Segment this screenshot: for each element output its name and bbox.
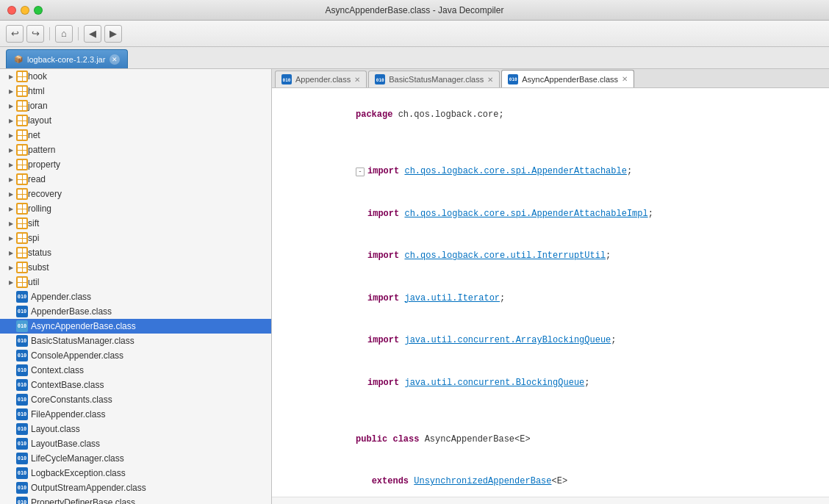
tree-item-context-class[interactable]: ▶ 010 Context.class xyxy=(0,363,271,378)
code-line-import1: -import ch.qos.logback.core.spi.Appender… xyxy=(272,151,829,193)
label-outputstreamappender-class: OutputStreamAppender.class xyxy=(31,483,146,493)
arrow-rolling: ▶ xyxy=(6,204,16,214)
jar-tab-bar: 📦 logback-core-1.2.3.jar ✕ xyxy=(0,47,829,69)
tree-item-sift[interactable]: ▶ sift xyxy=(0,216,271,231)
class-icon-appender: 010 xyxy=(16,291,28,303)
arrow-util: ▶ xyxy=(6,277,16,287)
horizontal-scrollbar[interactable] xyxy=(272,497,829,504)
arrow-property: ▶ xyxy=(6,159,16,170)
label-rolling: rolling xyxy=(28,204,51,214)
title-bar: AsyncAppenderBase.class - Java Decompile… xyxy=(0,0,829,21)
tree-item-recovery[interactable]: ▶ recovery xyxy=(0,187,271,201)
arrow-html: ▶ xyxy=(6,86,16,96)
code-line-import4: import java.util.Iterator; xyxy=(272,277,829,320)
jar-tab[interactable]: 📦 logback-core-1.2.3.jar ✕ xyxy=(6,49,128,68)
tree-item-consoleappender-class[interactable]: ▶ 010 ConsoleAppender.class xyxy=(0,348,271,363)
label-logbackexception-class: LogbackException.class xyxy=(31,468,126,478)
code-content: import java.util.concurrent.BlockingQueu… xyxy=(303,362,823,405)
class-icon-asyncappenderbase: 010 xyxy=(16,320,28,332)
toolbar-separator-1 xyxy=(49,27,50,40)
class-icon-consoleappender: 010 xyxy=(16,350,28,361)
class-icon-context: 010 xyxy=(16,364,28,376)
arrow-spi: ▶ xyxy=(6,233,16,243)
package-icon-hook xyxy=(16,71,28,82)
code-content: extends UnsynchronizedAppenderBase<E> xyxy=(303,461,823,497)
maximize-button[interactable] xyxy=(34,6,43,15)
collapse-imports-button[interactable]: - xyxy=(356,168,365,176)
label-property: property xyxy=(28,159,60,170)
label-consoleappender-class: ConsoleAppender.class xyxy=(31,350,123,361)
class-icon-lifecyclemanager: 010 xyxy=(16,453,28,464)
toolbar: ↩ ↪ ⌂ ◀ ▶ xyxy=(0,21,829,47)
tree-item-basicstatusmanager-class[interactable]: ▶ 010 BasicStatusManager.class xyxy=(0,334,271,348)
code-line-import2: import ch.qos.logback.core.spi.AppenderA… xyxy=(272,192,829,235)
tree-item-hook[interactable]: ▶ hook xyxy=(0,69,271,84)
label-recovery: recovery xyxy=(28,189,62,199)
class-icon-layoutbase: 010 xyxy=(16,438,28,450)
tree-item-property[interactable]: ▶ property xyxy=(0,157,271,172)
toolbar-prev-button[interactable]: ◀ xyxy=(84,25,101,43)
tab-label-basicstatusmanager: BasicStatusManager.class xyxy=(389,75,484,84)
toolbar-home-button[interactable]: ⌂ xyxy=(55,25,73,43)
class-icon-contextbase: 010 xyxy=(16,379,28,391)
class-icon-basicstatusmanager: 010 xyxy=(16,335,28,347)
jar-tab-close-button[interactable]: ✕ xyxy=(110,54,120,65)
tab-close-asyncappenderbase[interactable]: ✕ xyxy=(622,75,628,83)
label-sift: sift xyxy=(28,218,39,228)
tab-asyncappenderbase-class[interactable]: 010 AsyncAppenderBase.class ✕ xyxy=(501,70,634,87)
tree-item-html[interactable]: ▶ html xyxy=(0,84,271,98)
tree-item-asyncappenderbase-class[interactable]: ▶ 010 AsyncAppenderBase.class xyxy=(0,319,271,334)
tree-item-rolling[interactable]: ▶ rolling xyxy=(0,201,271,216)
tree-item-appender-class[interactable]: ▶ 010 Appender.class xyxy=(0,289,271,304)
tree-item-net[interactable]: ▶ net xyxy=(0,128,271,143)
label-pattern: pattern xyxy=(28,145,55,155)
tab-close-appender[interactable]: ✕ xyxy=(354,76,360,84)
tab-close-basicstatusmanager[interactable]: ✕ xyxy=(487,76,493,84)
code-content: public class AsyncAppenderBase<E> xyxy=(303,418,823,461)
class-icon-coreconstants: 010 xyxy=(16,394,28,406)
tree-item-util[interactable]: ▶ util xyxy=(0,275,271,289)
tree-item-read[interactable]: ▶ read xyxy=(0,172,271,187)
label-spi: spi xyxy=(28,233,39,243)
tree-item-fileappender-class[interactable]: ▶ 010 FileAppender.class xyxy=(0,407,271,422)
tree-item-pattern[interactable]: ▶ pattern xyxy=(0,143,271,157)
code-content: import java.util.Iterator; xyxy=(303,277,823,320)
main-area: ▶ hook ▶ html ▶ joran ▶ xyxy=(0,69,829,504)
tree-item-layout-class[interactable]: ▶ 010 Layout.class xyxy=(0,422,271,436)
tab-appender-class[interactable]: 010 Appender.class ✕ xyxy=(275,71,367,87)
code-line-import5: import java.util.concurrent.ArrayBlockin… xyxy=(272,320,829,362)
label-lifecyclemanager-class: LifeCycleManager.class xyxy=(31,453,124,464)
tree-item-subst[interactable]: ▶ subst xyxy=(0,260,271,275)
tree-item-logbackexception-class[interactable]: ▶ 010 LogbackException.class xyxy=(0,466,271,480)
arrow-joran: ▶ xyxy=(6,101,16,111)
tree-item-outputstreamappender-class[interactable]: ▶ 010 OutputStreamAppender.class xyxy=(0,480,271,495)
window-title: AsyncAppenderBase.class - Java Decompile… xyxy=(326,5,504,15)
label-context-class: Context.class xyxy=(31,365,84,375)
tree-item-contextbase-class[interactable]: ▶ 010 ContextBase.class xyxy=(0,378,271,392)
class-icon-fileappender: 010 xyxy=(16,408,28,420)
tree-item-joran[interactable]: ▶ joran xyxy=(0,98,271,113)
package-icon-joran xyxy=(16,100,28,112)
package-icon-util xyxy=(16,276,28,288)
tree-item-coreconstants-class[interactable]: ▶ 010 CoreConstants.class xyxy=(0,392,271,407)
close-button[interactable] xyxy=(7,6,16,15)
tree-item-layoutbase-class[interactable]: ▶ 010 LayoutBase.class xyxy=(0,436,271,451)
tree-item-status[interactable]: ▶ status xyxy=(0,245,271,260)
tree-item-lifecyclemanager-class[interactable]: ▶ 010 LifeCycleManager.class xyxy=(0,451,271,466)
toolbar-back-button[interactable]: ↩ xyxy=(6,25,24,43)
minimize-button[interactable] xyxy=(21,6,29,15)
tree-item-spi[interactable]: ▶ spi xyxy=(0,231,271,245)
toolbar-next-button[interactable]: ▶ xyxy=(104,25,122,43)
jar-icon: 📦 xyxy=(14,55,23,63)
traffic-lights xyxy=(7,6,43,15)
tree-item-appenderbase-class[interactable]: ▶ 010 AppenderBase.class xyxy=(0,304,271,319)
label-contextbase-class: ContextBase.class xyxy=(31,380,104,390)
tree-item-layout[interactable]: ▶ layout xyxy=(0,113,271,128)
tree-item-propertydefinerbase-class[interactable]: ▶ 010 PropertyDefinerBase.class xyxy=(0,495,271,504)
jar-tab-label: logback-core-1.2.3.jar xyxy=(27,55,105,64)
label-layout-class: Layout.class xyxy=(31,424,80,434)
toolbar-forward-button[interactable]: ↪ xyxy=(26,25,44,43)
tab-basicstatusmanager-class[interactable]: 010 BasicStatusManager.class ✕ xyxy=(368,71,500,87)
label-net: net xyxy=(28,130,40,140)
code-content: import ch.qos.logback.core.spi.AppenderA… xyxy=(303,192,823,235)
